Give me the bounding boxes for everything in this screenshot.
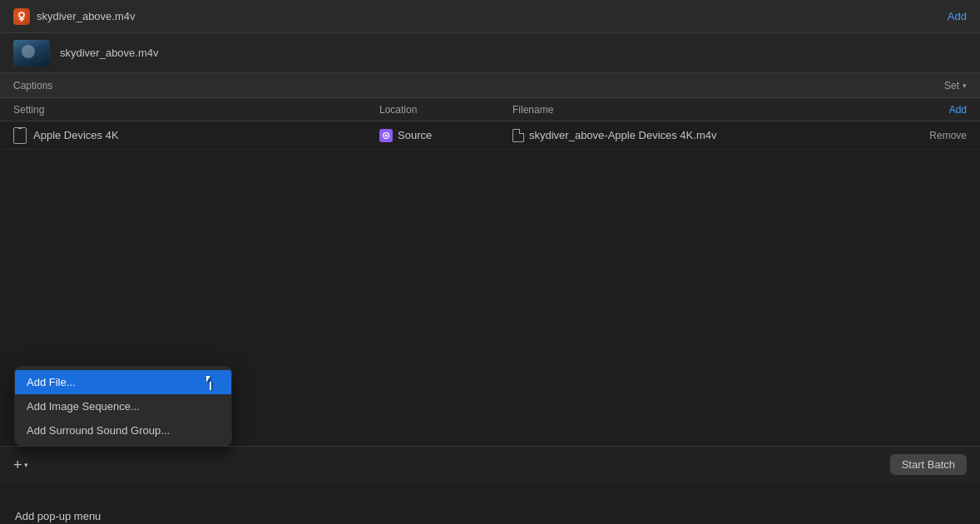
start-batch-button[interactable]: Start Batch — [890, 454, 967, 475]
title-bar: skydiver_above.m4v Add — [0, 0, 980, 33]
col-header-filename: Filename — [512, 104, 949, 116]
row-setting-text: Apple Devices 4K — [33, 129, 119, 141]
source-icon — [379, 129, 393, 142]
row-filename-text: skydiver_above-Apple Devices 4K.m4v — [529, 129, 716, 141]
captions-label: Captions — [13, 80, 52, 91]
set-dropdown[interactable]: Set ▾ — [944, 80, 967, 91]
table-row: Apple Devices 4K Source skydiver_above-A… — [0, 121, 980, 150]
chevron-down-icon: ▾ — [963, 82, 967, 90]
device-icon — [13, 127, 27, 144]
row-setting: Apple Devices 4K — [13, 127, 379, 144]
column-headers: Setting Location Filename Add — [0, 98, 980, 121]
set-label: Set — [944, 80, 959, 91]
add-chevron-icon[interactable]: ▾ — [24, 461, 28, 469]
row-location-text: Source — [398, 129, 432, 141]
file-thumbnail — [13, 40, 50, 67]
col-header-location: Location — [379, 104, 512, 116]
tooltip-label: Add pop-up menu — [15, 510, 101, 522]
title-bar-title: skydiver_above.m4v — [37, 10, 136, 22]
bottom-bar: + ▾ Start Batch — [0, 446, 980, 482]
row-location: Source — [379, 129, 512, 142]
file-icon — [512, 129, 524, 142]
svg-point-0 — [19, 12, 24, 17]
title-bar-left: skydiver_above.m4v — [13, 8, 136, 25]
add-button-group[interactable]: + ▾ — [13, 457, 28, 472]
thumbnail-image — [13, 40, 50, 67]
file-header: skydiver_above.m4v — [0, 33, 980, 73]
app-icon — [13, 8, 30, 25]
row-filename: skydiver_above-Apple Devices 4K.m4v — [512, 129, 929, 142]
popup-item-add-file[interactable]: Add File... — [15, 370, 231, 394]
col-header-add-link[interactable]: Add — [949, 104, 967, 116]
popup-menu: Add File... Add Image Sequence... Add Su… — [15, 367, 231, 446]
file-name-header: skydiver_above.m4v — [60, 47, 159, 59]
add-plus-icon[interactable]: + — [13, 457, 22, 472]
popup-item-add-surround-sound[interactable]: Add Surround Sound Group... — [15, 418, 231, 442]
title-bar-add-button[interactable]: Add — [948, 10, 967, 22]
popup-item-add-image-sequence[interactable]: Add Image Sequence... — [15, 394, 231, 418]
col-header-setting: Setting — [13, 104, 379, 116]
captions-header: Captions Set ▾ — [0, 73, 980, 98]
remove-button[interactable]: Remove — [929, 130, 967, 141]
svg-point-4 — [385, 134, 388, 136]
